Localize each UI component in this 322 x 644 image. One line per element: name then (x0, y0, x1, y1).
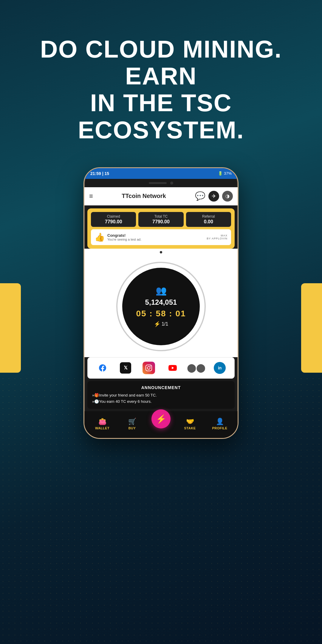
mining-boost: ⚡ 1/1 (154, 321, 168, 327)
logo-icon[interactable]: ◑ (222, 191, 233, 202)
phone: 21:59 | 15 🔋 37% ≡ TTcoin Network 💬 ✈ ◑ (83, 167, 239, 439)
side-bar-left (0, 283, 21, 373)
announcement-title: ANNOUNCEMENT (92, 385, 230, 390)
ad-subtitle: You're seeing a test ad. (107, 238, 141, 241)
dot-indicator (84, 249, 238, 256)
ad-left: 👍 Congrats! You're seeing a test ad. (95, 232, 141, 242)
claimed-label: Claimed (94, 214, 133, 219)
youtube-icon[interactable] (166, 362, 179, 374)
notch-camera (170, 182, 173, 185)
status-time: 21:59 | 15 (90, 171, 109, 176)
claimed-stat: Claimed 7790.00 (91, 212, 136, 227)
carousel-dot (160, 251, 162, 253)
nav-center-button[interactable]: ⚡ (151, 409, 171, 428)
stake-icon: 🤝 (186, 418, 194, 425)
whatsapp-icon[interactable]: 💬 (195, 191, 205, 202)
social-row: 𝕏 ⬤⬤ in (87, 357, 235, 379)
side-bar-right (301, 283, 322, 373)
announcement-item-1: »🎁Invite your friend and earn 50 TC. (92, 392, 230, 399)
announcement: ANNOUNCEMENT »🎁Invite your friend and ea… (87, 381, 235, 409)
mining-ring[interactable]: 👥 5,124,051 05 : 58 : 01 ⚡ 1/1 (116, 262, 206, 351)
total-tc-stat: Total TC 7790.00 (138, 212, 183, 227)
referral-stat: Referral 0.00 (186, 212, 231, 227)
profile-icon: 👤 (216, 418, 224, 425)
ad-banner[interactable]: 👍 Congrats! You're seeing a test ad. MAX… (91, 229, 231, 245)
buy-label: BUY (129, 426, 136, 430)
mining-timer: 05 : 58 : 01 (136, 309, 186, 318)
status-bar: 21:59 | 15 🔋 37% (84, 168, 238, 179)
ad-text-block: Congrats! You're seeing a test ad. (107, 233, 141, 241)
nav-stake[interactable]: 🤝 STAKE (179, 418, 200, 430)
nav-profile[interactable]: 👤 PROFILE (209, 418, 230, 430)
mining-circle: 👥 5,124,051 05 : 58 : 01 ⚡ 1/1 (122, 268, 200, 345)
nav-wallet[interactable]: 👛 WALLET (92, 418, 113, 430)
twitter-x-icon[interactable]: 𝕏 (120, 362, 131, 374)
mining-section: 👥 5,124,051 05 : 58 : 01 ⚡ 1/1 (84, 256, 238, 357)
notch (140, 179, 182, 187)
battery-indicator: 🔋 37% (218, 171, 232, 176)
ad-max-logo: MAX BY APPLOVIN (207, 234, 227, 240)
nav-buy[interactable]: 🛒 BUY (122, 418, 143, 430)
headline: DO CLOUD MINING. EARN IN THE TSC ECOSYST… (0, 36, 322, 143)
stake-label: STAKE (184, 426, 196, 430)
referral-label: Referral (189, 214, 228, 219)
telegram-icon[interactable]: ✈ (208, 191, 219, 202)
announcement-item-2: »🕐You earn 40 TC every 6 hours. (92, 399, 230, 405)
app-header: ≡ TTcoin Network 💬 ✈ ◑ (84, 187, 238, 205)
profile-label: PROFILE (212, 426, 227, 430)
buy-icon: 🛒 (128, 418, 136, 425)
header-icons: 💬 ✈ ◑ (195, 191, 233, 202)
referral-value: 0.00 (189, 219, 228, 225)
app-title: TTcoin Network (97, 193, 191, 199)
total-tc-value: 7790.00 (141, 219, 180, 225)
ad-thumb-icon: 👍 (95, 232, 105, 242)
medium-icon[interactable]: ⬤⬤ (190, 362, 202, 374)
center-bolt-icon: ⚡ (156, 414, 166, 424)
linkedin-icon[interactable]: in (214, 362, 226, 374)
bottom-nav: 👛 WALLET 🛒 BUY ⚡ 🤝 STAKE 👤 PROFILE (84, 411, 238, 438)
instagram-icon[interactable] (143, 362, 155, 374)
status-right: 🔋 37% (218, 171, 232, 176)
headline-text: DO CLOUD MINING. EARN IN THE TSC ECOSYST… (18, 36, 304, 143)
wallet-label: WALLET (95, 426, 109, 430)
facebook-icon[interactable] (96, 362, 109, 374)
notch-speaker (149, 182, 167, 184)
boost-bolt-icon: ⚡ (154, 321, 160, 327)
phone-wrapper: 21:59 | 15 🔋 37% ≡ TTcoin Network 💬 ✈ ◑ (83, 167, 239, 439)
total-tc-label: Total TC (141, 214, 180, 219)
wallet-icon: 👛 (98, 418, 106, 425)
claimed-value: 7790.00 (94, 219, 133, 225)
mining-count: 5,124,051 (145, 298, 177, 306)
stats-card: Claimed 7790.00 Total TC 7790.00 Referra… (87, 208, 235, 249)
menu-icon[interactable]: ≡ (89, 192, 93, 200)
stats-row: Claimed 7790.00 Total TC 7790.00 Referra… (91, 212, 231, 227)
ad-congrats: Congrats! (107, 233, 141, 238)
users-icon: 👥 (156, 285, 167, 296)
